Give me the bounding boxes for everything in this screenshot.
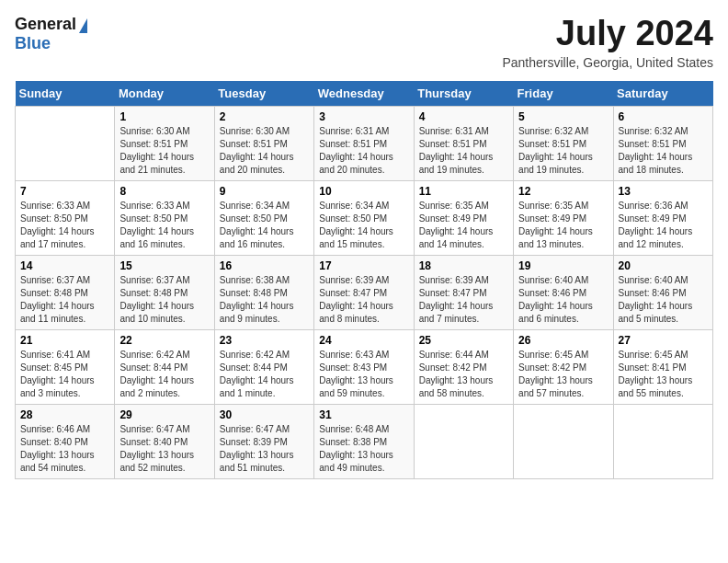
day-info: Sunrise: 6:39 AM Sunset: 8:47 PM Dayligh… [419, 274, 508, 326]
day-info: Sunrise: 6:35 AM Sunset: 8:49 PM Dayligh… [518, 200, 608, 251]
day-number: 31 [319, 408, 408, 421]
calendar-cell: 27Sunrise: 6:45 AM Sunset: 8:41 PM Dayli… [613, 329, 712, 404]
day-number: 22 [119, 334, 209, 347]
day-info: Sunrise: 6:35 AM Sunset: 8:49 PM Dayligh… [419, 200, 508, 251]
day-number: 16 [220, 259, 309, 272]
day-number: 9 [220, 185, 309, 198]
day-info: Sunrise: 6:42 AM Sunset: 8:44 PM Dayligh… [220, 349, 309, 400]
day-info: Sunrise: 6:34 AM Sunset: 8:50 PM Dayligh… [319, 200, 408, 251]
day-info: Sunrise: 6:42 AM Sunset: 8:44 PM Dayligh… [119, 349, 209, 400]
day-number: 30 [220, 408, 309, 421]
day-info: Sunrise: 6:34 AM Sunset: 8:50 PM Dayligh… [220, 200, 309, 251]
weekday-header-wednesday: Wednesday [314, 81, 414, 107]
calendar-cell: 10Sunrise: 6:34 AM Sunset: 8:50 PM Dayli… [314, 180, 414, 255]
logo: General Blue [15, 15, 87, 53]
day-info: Sunrise: 6:31 AM Sunset: 8:51 PM Dayligh… [419, 125, 508, 177]
calendar-cell: 15Sunrise: 6:37 AM Sunset: 8:48 PM Dayli… [115, 255, 214, 329]
day-number: 27 [619, 334, 708, 347]
day-number: 1 [119, 110, 209, 123]
calendar-cell: 28Sunrise: 6:46 AM Sunset: 8:40 PM Dayli… [16, 404, 115, 478]
weekday-header-sunday: Sunday [16, 81, 115, 107]
day-info: Sunrise: 6:41 AM Sunset: 8:45 PM Dayligh… [20, 349, 109, 400]
day-number: 17 [319, 259, 408, 272]
calendar-cell: 29Sunrise: 6:47 AM Sunset: 8:40 PM Dayli… [115, 404, 214, 478]
calendar-cell: 2Sunrise: 6:30 AM Sunset: 8:51 PM Daylig… [214, 106, 313, 180]
day-number: 6 [619, 110, 708, 123]
calendar-cell: 18Sunrise: 6:39 AM Sunset: 8:47 PM Dayli… [414, 255, 513, 329]
day-number: 12 [518, 185, 608, 198]
day-number: 18 [419, 259, 508, 272]
page-header: General Blue July 2024 Panthersville, Ge… [15, 15, 713, 70]
day-info: Sunrise: 6:39 AM Sunset: 8:47 PM Dayligh… [319, 274, 408, 326]
calendar-cell: 19Sunrise: 6:40 AM Sunset: 8:46 PM Dayli… [514, 255, 613, 329]
day-info: Sunrise: 6:43 AM Sunset: 8:43 PM Dayligh… [319, 349, 408, 400]
weekday-header-monday: Monday [115, 81, 214, 107]
calendar-cell: 8Sunrise: 6:33 AM Sunset: 8:50 PM Daylig… [115, 180, 214, 255]
calendar-week-row: 28Sunrise: 6:46 AM Sunset: 8:40 PM Dayli… [16, 404, 713, 478]
calendar-cell: 23Sunrise: 6:42 AM Sunset: 8:44 PM Dayli… [214, 329, 313, 404]
day-number: 25 [419, 334, 508, 347]
weekday-header-tuesday: Tuesday [214, 81, 313, 107]
weekday-header-row: SundayMondayTuesdayWednesdayThursdayFrid… [16, 81, 713, 107]
day-number: 29 [119, 408, 209, 421]
logo-blue: Blue [15, 34, 51, 52]
calendar-cell [613, 404, 712, 478]
calendar-cell: 21Sunrise: 6:41 AM Sunset: 8:45 PM Dayli… [16, 329, 115, 404]
calendar-cell: 24Sunrise: 6:43 AM Sunset: 8:43 PM Dayli… [314, 329, 414, 404]
calendar-cell: 4Sunrise: 6:31 AM Sunset: 8:51 PM Daylig… [414, 106, 513, 180]
day-info: Sunrise: 6:38 AM Sunset: 8:48 PM Dayligh… [220, 274, 309, 326]
day-info: Sunrise: 6:44 AM Sunset: 8:42 PM Dayligh… [419, 349, 508, 400]
weekday-header-thursday: Thursday [414, 81, 513, 107]
day-number: 10 [319, 185, 408, 198]
calendar-cell [414, 404, 513, 478]
day-info: Sunrise: 6:48 AM Sunset: 8:38 PM Dayligh… [319, 423, 408, 475]
calendar-cell: 17Sunrise: 6:39 AM Sunset: 8:47 PM Dayli… [314, 255, 414, 329]
day-number: 3 [319, 110, 408, 123]
day-number: 28 [20, 408, 109, 421]
day-info: Sunrise: 6:30 AM Sunset: 8:51 PM Dayligh… [119, 125, 209, 177]
day-number: 23 [220, 334, 309, 347]
day-number: 13 [619, 185, 708, 198]
location-label: Panthersville, Georgia, United States [502, 55, 713, 70]
calendar-cell: 11Sunrise: 6:35 AM Sunset: 8:49 PM Dayli… [414, 180, 513, 255]
calendar-week-row: 1Sunrise: 6:30 AM Sunset: 8:51 PM Daylig… [16, 106, 713, 180]
calendar-week-row: 14Sunrise: 6:37 AM Sunset: 8:48 PM Dayli… [16, 255, 713, 329]
day-number: 21 [20, 334, 109, 347]
calendar-title: July 2024 Panthersville, Georgia, United… [502, 15, 713, 70]
calendar-cell: 14Sunrise: 6:37 AM Sunset: 8:48 PM Dayli… [16, 255, 115, 329]
day-info: Sunrise: 6:31 AM Sunset: 8:51 PM Dayligh… [319, 125, 408, 177]
day-number: 15 [119, 259, 209, 272]
day-info: Sunrise: 6:47 AM Sunset: 8:40 PM Dayligh… [119, 423, 209, 475]
day-info: Sunrise: 6:37 AM Sunset: 8:48 PM Dayligh… [119, 274, 209, 326]
day-info: Sunrise: 6:33 AM Sunset: 8:50 PM Dayligh… [20, 200, 109, 251]
calendar-cell: 1Sunrise: 6:30 AM Sunset: 8:51 PM Daylig… [115, 106, 214, 180]
calendar-cell: 25Sunrise: 6:44 AM Sunset: 8:42 PM Dayli… [414, 329, 513, 404]
day-info: Sunrise: 6:32 AM Sunset: 8:51 PM Dayligh… [518, 125, 608, 177]
day-number: 2 [220, 110, 309, 123]
weekday-header-saturday: Saturday [613, 81, 712, 107]
weekday-header-friday: Friday [514, 81, 613, 107]
day-number: 26 [518, 334, 608, 347]
calendar-cell: 5Sunrise: 6:32 AM Sunset: 8:51 PM Daylig… [514, 106, 613, 180]
calendar-cell: 3Sunrise: 6:31 AM Sunset: 8:51 PM Daylig… [314, 106, 414, 180]
day-info: Sunrise: 6:37 AM Sunset: 8:48 PM Dayligh… [20, 274, 109, 326]
day-number: 7 [20, 185, 109, 198]
day-number: 19 [518, 259, 608, 272]
calendar-cell: 26Sunrise: 6:45 AM Sunset: 8:42 PM Dayli… [514, 329, 613, 404]
day-number: 20 [619, 259, 708, 272]
day-number: 8 [119, 185, 209, 198]
calendar-cell: 20Sunrise: 6:40 AM Sunset: 8:46 PM Dayli… [613, 255, 712, 329]
month-year-label: July 2024 [502, 15, 713, 53]
day-info: Sunrise: 6:40 AM Sunset: 8:46 PM Dayligh… [619, 274, 708, 326]
calendar-cell: 6Sunrise: 6:32 AM Sunset: 8:51 PM Daylig… [613, 106, 712, 180]
calendar-cell: 13Sunrise: 6:36 AM Sunset: 8:49 PM Dayli… [613, 180, 712, 255]
calendar-cell: 9Sunrise: 6:34 AM Sunset: 8:50 PM Daylig… [214, 180, 313, 255]
day-number: 14 [20, 259, 109, 272]
calendar-cell: 22Sunrise: 6:42 AM Sunset: 8:44 PM Dayli… [115, 329, 214, 404]
day-info: Sunrise: 6:32 AM Sunset: 8:51 PM Dayligh… [619, 125, 708, 177]
calendar-cell: 31Sunrise: 6:48 AM Sunset: 8:38 PM Dayli… [314, 404, 414, 478]
calendar-week-row: 7Sunrise: 6:33 AM Sunset: 8:50 PM Daylig… [16, 180, 713, 255]
logo-general: General [15, 15, 76, 34]
day-info: Sunrise: 6:40 AM Sunset: 8:46 PM Dayligh… [518, 274, 608, 326]
day-number: 24 [319, 334, 408, 347]
